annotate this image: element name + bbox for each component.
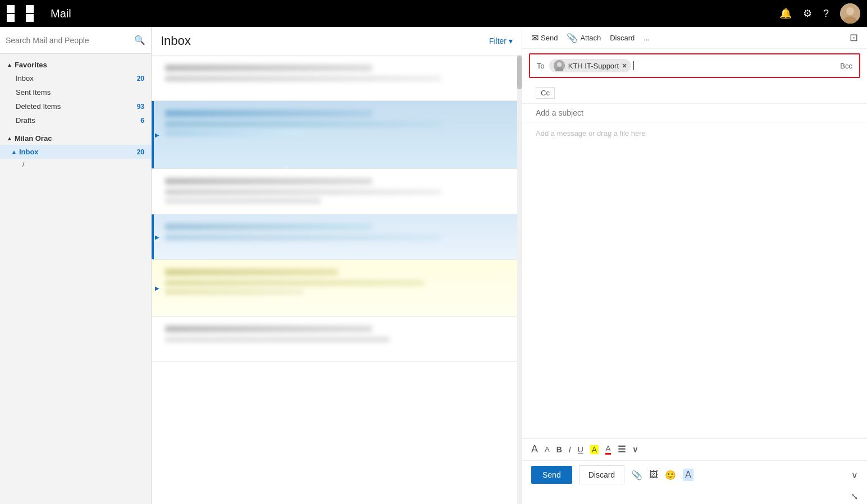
email-2-preview — [165, 130, 303, 136]
app-grid-icon[interactable] — [7, 5, 44, 22]
attach-toolbar-button[interactable]: 📎 Attach — [567, 33, 601, 43]
notification-icon[interactable]: 🔔 — [779, 7, 792, 20]
email-2-content — [152, 101, 522, 168]
compose-toolbar: ✉ Send 📎 Attach Discard ... ⊡ — [522, 27, 867, 49]
attach-icon: 📎 — [567, 33, 578, 43]
message-body[interactable]: Add a message or drag a file here — [522, 122, 867, 438]
email-2-sender — [165, 110, 372, 117]
email-5-preview — [165, 289, 303, 295]
sidebar-item-drafts[interactable]: Drafts 6 — [0, 113, 151, 127]
sidebar-item-sent-label: Sent Items — [16, 88, 144, 97]
email-item-5[interactable]: ▶ — [152, 260, 522, 317]
sidebar-item-inbox-fav-count: 20 — [137, 75, 144, 83]
help-icon[interactable]: ? — [823, 8, 829, 20]
email-2-subject — [165, 121, 441, 127]
more-formatting-button[interactable]: ∨ — [632, 445, 638, 454]
compose-expand-bottom-icon[interactable]: ⤡ — [851, 491, 858, 502]
settings-icon[interactable]: ⚙ — [803, 7, 812, 20]
email-list-panel: Inbox Filter ▾ ▶ — [152, 27, 522, 504]
more-toolbar-button[interactable]: ... — [644, 34, 650, 42]
expand-compose-button[interactable]: ⊡ — [850, 31, 858, 44]
to-field[interactable]: To KTH IT-Support × Bcc — [529, 53, 860, 78]
search-input[interactable] — [6, 36, 134, 45]
email-3-content — [152, 169, 522, 214]
sidebar-sub-subitem[interactable]: / — [0, 159, 151, 170]
svg-point-1 — [846, 7, 854, 15]
email-list-header: Inbox Filter ▾ — [152, 27, 522, 56]
bold-button[interactable]: B — [556, 445, 562, 454]
avatar[interactable] — [840, 3, 860, 24]
email-5-subject — [165, 280, 424, 286]
svg-point-4 — [557, 62, 562, 67]
list-button[interactable]: ☰ — [618, 444, 626, 455]
compose-panel: ✉ Send 📎 Attach Discard ... ⊡ To — [522, 27, 867, 504]
email-1-subject — [165, 76, 441, 81]
insert-image-icon[interactable]: 🖼 — [649, 470, 658, 480]
email-1-content — [152, 56, 522, 100]
sidebar-subitem-inbox-count: 20 — [137, 148, 144, 156]
email-6-subject — [165, 337, 390, 342]
emoji-icon[interactable]: 🙂 — [665, 470, 676, 480]
cc-field[interactable]: Cc — [522, 83, 867, 104]
email-item-3[interactable] — [152, 169, 522, 214]
filter-button[interactable]: Filter ▾ — [489, 36, 513, 45]
attach-bottom-icon[interactable]: 📎 — [631, 470, 642, 480]
recipient-remove-button[interactable]: × — [622, 61, 627, 70]
send-toolbar-button[interactable]: ✉ Send — [531, 33, 558, 43]
scrollbar-thumb[interactable] — [517, 56, 522, 89]
cc-button[interactable]: Cc — [536, 87, 555, 99]
sidebar-item-inbox-fav-label: Inbox — [16, 74, 137, 83]
subject-input[interactable] — [536, 108, 854, 117]
cursor — [633, 61, 634, 70]
discard-button[interactable]: Discard — [579, 465, 624, 484]
app-title: Mail — [51, 7, 773, 20]
sidebar-item-sent[interactable]: Sent Items — [0, 85, 151, 99]
sub-subitem-label: / — [22, 161, 24, 168]
formatting-toolbar: A A B I U A A ☰ ∨ — [522, 438, 867, 460]
compose-form: To KTH IT-Support × Bcc — [522, 49, 867, 504]
bcc-button[interactable]: Bcc — [840, 62, 852, 70]
email-list-title: Inbox — [161, 34, 489, 48]
top-bar-icons: 🔔 ⚙ ? — [779, 3, 860, 24]
font-style-icon[interactable]: A — [683, 469, 693, 481]
sidebar-item-inbox-fav[interactable]: Inbox 20 — [0, 71, 151, 85]
font-color-button[interactable]: A — [605, 444, 610, 455]
email-5-content — [152, 260, 522, 316]
more-bottom-button[interactable]: ∨ — [851, 470, 858, 480]
email-4-subject — [165, 235, 441, 240]
sidebar-subitem-inbox[interactable]: ▲ Inbox 20 — [0, 145, 151, 159]
highlight-button[interactable]: A — [590, 445, 599, 454]
send-button[interactable]: Send — [531, 466, 572, 484]
compose-expand-area: ⤡ — [522, 489, 867, 504]
email-item-6[interactable] — [152, 317, 522, 362]
favorites-header[interactable]: ▲ Favorites — [0, 58, 151, 71]
email-list-body: ▶ ▶ — [152, 56, 522, 504]
sidebar-item-drafts-label: Drafts — [16, 116, 140, 125]
font-increase-button[interactable]: A — [531, 443, 538, 455]
account-chevron: ▲ — [7, 135, 12, 141]
search-bar: 🔍 — [0, 27, 151, 54]
subject-field[interactable] — [522, 104, 867, 122]
email-6-content — [152, 317, 522, 361]
filter-label: Filter — [489, 36, 506, 45]
search-icon[interactable]: 🔍 — [134, 35, 145, 45]
recipient-name: KTH IT-Support — [568, 62, 619, 70]
more-icon: ... — [644, 34, 650, 42]
discard-toolbar-button[interactable]: Discard — [610, 34, 635, 42]
sidebar-content: ▲ Favorites Inbox 20 Sent Items Deleted … — [0, 54, 151, 504]
font-decrease-button[interactable]: A — [545, 445, 550, 453]
send-toolbar-icon: ✉ — [531, 33, 539, 43]
recipient-chip: KTH IT-Support × — [549, 59, 632, 72]
underline-button[interactable]: U — [578, 445, 583, 454]
email-6-sender — [165, 326, 372, 332]
email-4-sender — [165, 223, 372, 230]
account-header[interactable]: ▲ Milan Orac — [0, 132, 151, 145]
sidebar-item-deleted[interactable]: Deleted Items 93 — [0, 99, 151, 113]
main-layout: 🔍 ▲ Favorites Inbox 20 Sent Items Delete… — [0, 27, 867, 504]
recipient-avatar — [554, 60, 565, 71]
filter-icon: ▾ — [509, 36, 513, 45]
email-item-1[interactable] — [152, 56, 522, 101]
email-item-4[interactable]: ▶ — [152, 214, 522, 260]
email-item-2[interactable]: ▶ — [152, 101, 522, 169]
italic-button[interactable]: I — [569, 445, 571, 454]
